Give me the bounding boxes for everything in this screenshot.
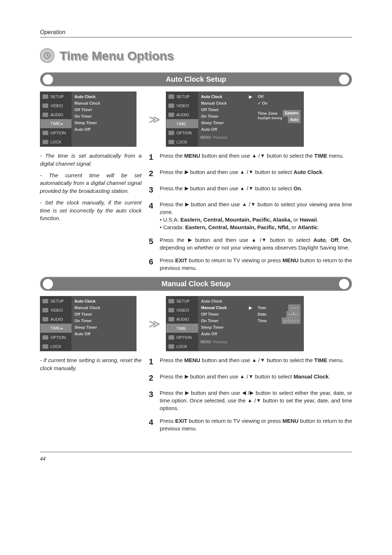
osd-panel: SETUP VIDEO AUDIO TIME ▸ OPTION LOCK Aut… — [40, 296, 136, 351]
step-body: Press the MENU button and then use ▲ /▼ … — [160, 152, 352, 163]
setup-icon — [42, 94, 48, 99]
arrow-icon: ≫ — [149, 113, 160, 126]
note-text: - If current time setting is wrong, rese… — [40, 356, 142, 372]
section-bar-auto: Auto Clock Setup — [40, 72, 352, 86]
sidebar-time: TIME ▸ — [50, 121, 63, 126]
list-item: Off Timer — [74, 106, 133, 113]
note-text: - The time is set automatically from a d… — [40, 152, 142, 168]
sidebar-option: OPTION — [50, 131, 66, 135]
sidebar-audio: AUDIO — [50, 113, 63, 117]
osd-panel: SETUP VIDEO AUDIO TIME ▸ OPTION LOCK Aut… — [40, 92, 136, 147]
osd-panel-expanded: SETUP VIDEO AUDIO TIME OPTION LOCK Auto … — [166, 92, 304, 147]
sidebar-setup: SETUP — [50, 94, 64, 99]
step-number: 1 — [149, 152, 156, 163]
page-number: 44 — [40, 456, 352, 462]
section-header: Operation — [40, 29, 352, 37]
list-item: Auto Off — [74, 126, 133, 133]
arrow-icon: ≫ — [149, 317, 160, 330]
clock-icon — [40, 48, 54, 63]
video-icon — [42, 104, 48, 108]
note-text: - Set the clock manually, if the current… — [40, 199, 142, 222]
lock-icon — [42, 140, 48, 144]
audio-icon — [42, 113, 48, 117]
osd-panel-expanded: SETUP VIDEO AUDIO TIME OPTION LOCK Auto … — [166, 296, 304, 351]
list-item: Manual Clock — [74, 100, 133, 106]
list-item: Sleep Timer — [74, 119, 133, 126]
note-text: - The current time will be set automatic… — [40, 171, 142, 195]
sidebar-video: VIDEO — [50, 104, 63, 108]
sidebar-lock: LOCK — [50, 140, 61, 144]
section-bar-manual: Manual Clock Setup — [40, 277, 352, 291]
list-item: Auto Clock — [74, 93, 133, 100]
option-icon — [42, 131, 48, 135]
list-item: On Timer — [74, 113, 133, 119]
page-title: Time Menu Options — [60, 49, 174, 63]
time-icon — [42, 122, 48, 126]
